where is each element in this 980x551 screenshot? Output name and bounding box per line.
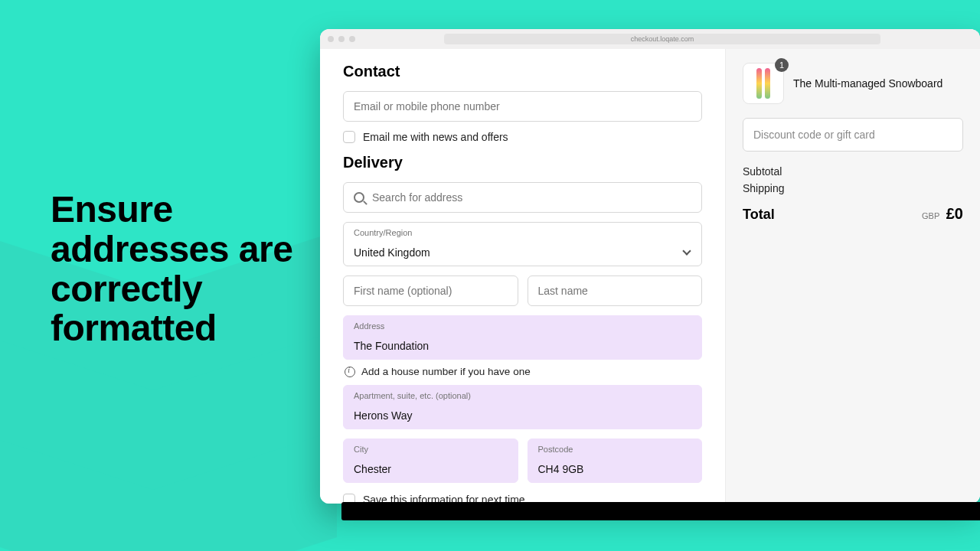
quantity-badge: 1 [775, 58, 789, 72]
total-row: Total GBP £0 [743, 205, 963, 223]
address-field[interactable]: Address The Foundation [343, 315, 702, 360]
contact-heading: Contact [343, 63, 702, 80]
email-placeholder: Email or mobile phone number [354, 100, 500, 112]
address-value: The Foundation [354, 340, 429, 352]
address-search-placeholder: Search for address [372, 191, 462, 204]
url-text: checkout.loqate.com [631, 35, 694, 43]
country-label: Country/Region [354, 228, 412, 237]
subtotal-label: Subtotal [743, 165, 782, 178]
product-name: The Multi-managed Snowboard [793, 77, 942, 90]
city-label: City [354, 445, 368, 454]
product-thumbnail: 1 [743, 63, 784, 104]
window-titlebar: checkout.loqate.com [320, 29, 980, 49]
traffic-light-max[interactable] [349, 36, 355, 42]
city-field[interactable]: City Chester [343, 439, 518, 483]
shipping-row: Shipping [743, 182, 963, 194]
search-icon [354, 192, 364, 203]
total-label: Total [743, 207, 775, 223]
email-field[interactable]: Email or mobile phone number [343, 91, 702, 122]
browser-window: checkout.loqate.com Contact Email or mob… [320, 29, 980, 504]
postcode-label: Postcode [538, 445, 573, 454]
checkout-form: Contact Email or mobile phone number Ema… [320, 49, 726, 504]
country-select[interactable]: Country/Region United Kingdom [343, 222, 702, 266]
total-amount: £0 [946, 205, 963, 222]
apartment-label: Apartment, suite, etc. (optional) [354, 391, 471, 400]
cart-item: 1 The Multi-managed Snowboard [743, 63, 963, 104]
checkbox-icon [343, 131, 355, 143]
traffic-light-min[interactable] [338, 36, 345, 42]
url-bar[interactable]: checkout.loqate.com [444, 34, 880, 44]
postcode-value: CH4 9GB [538, 463, 584, 475]
apartment-value: Herons Way [354, 409, 413, 422]
info-icon [345, 367, 355, 377]
shipping-label: Shipping [743, 182, 785, 194]
postcode-field[interactable]: Postcode CH4 9GB [528, 439, 703, 483]
country-value: United Kingdom [354, 246, 430, 259]
address-hint: Add a house number if you have one [345, 366, 702, 377]
traffic-light-close[interactable] [328, 36, 334, 42]
order-summary: 1 The Multi-managed Snowboard Discount c… [726, 49, 980, 504]
last-name-field[interactable]: Last name [528, 276, 703, 306]
last-name-placeholder: Last name [538, 285, 588, 297]
first-name-field[interactable]: First name (optional) [343, 276, 518, 306]
chevron-down-icon [682, 248, 691, 257]
currency-code: GBP [922, 211, 939, 220]
apartment-field[interactable]: Apartment, suite, etc. (optional) Herons… [343, 385, 702, 429]
news-checkbox-row[interactable]: Email me with news and offers [343, 131, 702, 143]
first-name-placeholder: First name (optional) [354, 285, 452, 297]
shadow-bar [341, 502, 980, 520]
delivery-heading: Delivery [343, 154, 702, 171]
news-checkbox-label: Email me with news and offers [363, 131, 508, 143]
discount-code-input[interactable]: Discount code or gift card [743, 118, 963, 152]
address-hint-text: Add a house number if you have one [361, 366, 531, 377]
address-label: Address [354, 321, 384, 331]
city-value: Chester [354, 463, 391, 475]
address-search-input[interactable]: Search for address [343, 182, 702, 213]
marketing-headline: Ensure addresses are correctly formatted [51, 190, 303, 348]
subtotal-row: Subtotal [743, 165, 963, 178]
discount-placeholder: Discount code or gift card [753, 129, 875, 141]
